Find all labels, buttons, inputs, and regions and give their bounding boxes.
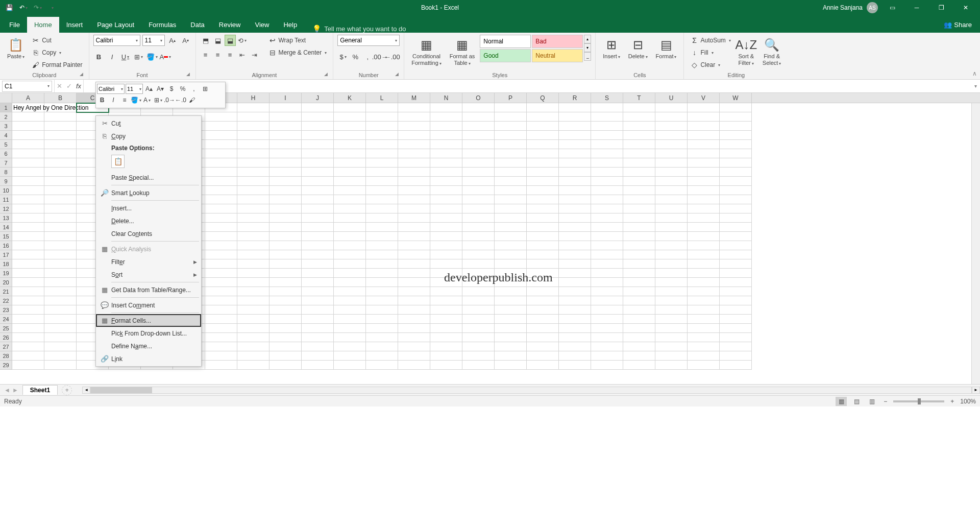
cell-I27[interactable] xyxy=(270,342,302,351)
cell-K5[interactable] xyxy=(334,140,366,149)
cell-M4[interactable] xyxy=(398,131,430,140)
vertical-scrollbar[interactable] xyxy=(971,103,980,384)
cell-O7[interactable] xyxy=(462,158,495,168)
decrease-font-size-button[interactable]: A▾ xyxy=(180,35,191,46)
cell-N18[interactable] xyxy=(430,259,462,269)
cell-I13[interactable] xyxy=(270,213,302,223)
cell-Q22[interactable] xyxy=(527,296,559,305)
mini-align-icon[interactable]: ≡ xyxy=(119,95,130,105)
cell-Q14[interactable] xyxy=(527,223,559,232)
cm-sort[interactable]: Sort▶ xyxy=(96,268,201,281)
cell-Q15[interactable] xyxy=(527,232,559,241)
row-header-10[interactable]: 10 xyxy=(0,186,12,195)
cell-P9[interactable] xyxy=(495,177,527,186)
name-box[interactable]: C1▾ xyxy=(2,81,52,92)
cell-B16[interactable] xyxy=(44,241,77,250)
cell-P22[interactable] xyxy=(495,296,527,305)
cell-S24[interactable] xyxy=(591,315,623,324)
row-header-21[interactable]: 21 xyxy=(0,287,12,296)
tell-me-search[interactable]: 💡 Tell me what you want to do xyxy=(304,25,406,33)
cell-T6[interactable] xyxy=(623,149,655,158)
horizontal-scrollbar[interactable] xyxy=(90,387,972,394)
align-top-button[interactable]: ⬒ xyxy=(200,35,211,46)
cell-T15[interactable] xyxy=(623,232,655,241)
minimize-icon[interactable]: ─ xyxy=(906,0,927,15)
cell-T13[interactable] xyxy=(623,213,655,223)
cell-O8[interactable] xyxy=(462,168,495,177)
cell-W27[interactable] xyxy=(720,342,752,351)
cell-J12[interactable] xyxy=(302,204,334,213)
format-as-table-button[interactable]: ▦Format as Table▾ xyxy=(447,35,478,68)
cell-G2[interactable] xyxy=(205,112,237,122)
cell-J28[interactable] xyxy=(302,351,334,361)
cell-R17[interactable] xyxy=(559,250,591,259)
mini-borders2-icon[interactable]: ⊞▾ xyxy=(153,95,163,105)
close-icon[interactable]: ✕ xyxy=(955,0,976,15)
cell-H5[interactable] xyxy=(237,140,270,149)
normal-view-icon[interactable]: ▦ xyxy=(836,397,847,406)
cell-T1[interactable] xyxy=(623,103,655,112)
cell-I18[interactable] xyxy=(270,259,302,269)
cell-K28[interactable] xyxy=(334,351,366,361)
font-name-combo[interactable]: Calibri▾ xyxy=(93,35,140,46)
cell-S3[interactable] xyxy=(591,122,623,131)
cm-cut[interactable]: ✂Cut xyxy=(96,117,201,130)
cell-V20[interactable] xyxy=(688,278,720,287)
cell-W12[interactable] xyxy=(720,204,752,213)
cell-K20[interactable] xyxy=(334,278,366,287)
cell-P5[interactable] xyxy=(495,140,527,149)
cell-L10[interactable] xyxy=(366,186,398,195)
italic-button[interactable]: I xyxy=(107,51,118,62)
cell-M24[interactable] xyxy=(398,315,430,324)
cell-K21[interactable] xyxy=(334,287,366,296)
cell-U12[interactable] xyxy=(655,204,688,213)
cell-H22[interactable] xyxy=(237,296,270,305)
cell-N2[interactable] xyxy=(430,112,462,122)
cell-H14[interactable] xyxy=(237,223,270,232)
cell-J25[interactable] xyxy=(302,324,334,333)
autosum-button[interactable]: ΣAutoSum▾ xyxy=(688,35,732,46)
row-header-29[interactable]: 29 xyxy=(0,361,12,370)
cell-M3[interactable] xyxy=(398,122,430,131)
mini-font-size[interactable]: 11▾ xyxy=(126,84,143,94)
cell-B24[interactable] xyxy=(44,315,77,324)
cell-T4[interactable] xyxy=(623,131,655,140)
cell-M9[interactable] xyxy=(398,177,430,186)
cell-W16[interactable] xyxy=(720,241,752,250)
qat-customize-icon[interactable]: ▾ xyxy=(47,3,57,13)
cell-S10[interactable] xyxy=(591,186,623,195)
cell-T16[interactable] xyxy=(623,241,655,250)
cell-G4[interactable] xyxy=(205,131,237,140)
cell-P25[interactable] xyxy=(495,324,527,333)
cell-T10[interactable] xyxy=(623,186,655,195)
cell-M28[interactable] xyxy=(398,351,430,361)
cell-M26[interactable] xyxy=(398,333,430,342)
cell-H26[interactable] xyxy=(237,333,270,342)
sheet-nav-next-icon[interactable]: ► xyxy=(12,387,18,394)
cell-M18[interactable] xyxy=(398,259,430,269)
cell-U11[interactable] xyxy=(655,195,688,204)
cell-I16[interactable] xyxy=(270,241,302,250)
row-header-1[interactable]: 1 xyxy=(0,103,12,112)
gallery-down-icon[interactable]: ▾ xyxy=(584,43,591,52)
cell-A12[interactable] xyxy=(12,204,44,213)
mini-borders-icon[interactable]: ⊞ xyxy=(200,84,210,94)
zoom-slider[interactable] xyxy=(893,400,944,402)
cm-smart-lookup[interactable]: 🔎Smart Lookup xyxy=(96,186,201,199)
mini-italic-icon[interactable]: I xyxy=(108,95,118,105)
decrease-decimal-button[interactable]: ←.00 xyxy=(386,51,398,62)
cell-R2[interactable] xyxy=(559,112,591,122)
mini-decrease-font-icon[interactable]: A▾ xyxy=(155,84,165,94)
mini-format-painter-icon[interactable]: 🖌 xyxy=(187,95,197,105)
cell-K14[interactable] xyxy=(334,223,366,232)
cell-R27[interactable] xyxy=(559,342,591,351)
cell-J18[interactable] xyxy=(302,259,334,269)
cell-U16[interactable] xyxy=(655,241,688,250)
cell-S28[interactable] xyxy=(591,351,623,361)
cell-U18[interactable] xyxy=(655,259,688,269)
col-header-U[interactable]: U xyxy=(655,93,688,103)
cell-H3[interactable] xyxy=(237,122,270,131)
cell-L15[interactable] xyxy=(366,232,398,241)
col-header-S[interactable]: S xyxy=(591,93,623,103)
font-size-combo[interactable]: 11▾ xyxy=(142,35,165,46)
